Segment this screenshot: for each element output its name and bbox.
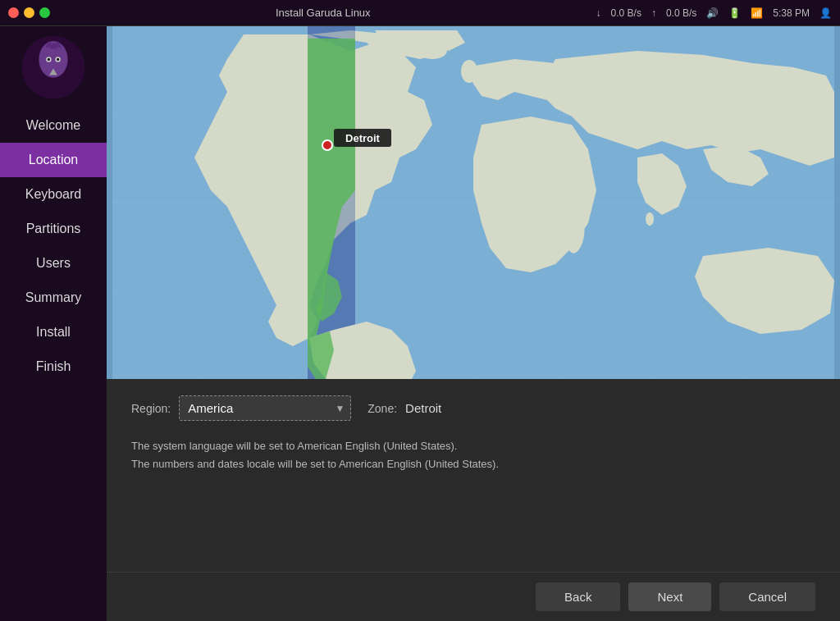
sidebar-item-partitions[interactable]: Partitions: [0, 212, 107, 246]
region-select[interactable]: America: [179, 395, 351, 421]
sidebar-item-label: Keyboard: [25, 187, 82, 201]
locale-info-detail: The numbers and dates locale will be set…: [131, 455, 815, 473]
region-select-wrapper[interactable]: America ▼: [179, 395, 351, 421]
upload-speed: 0.0 B/s: [666, 7, 696, 19]
svg-point-29: [322, 140, 332, 150]
region-zone-row: Region: America ▼ Zone: Detroit: [131, 395, 815, 421]
map-svg: Detroit: [107, 26, 840, 379]
titlebar: Install Garuda Linux ↓ 0.0 B/s ↑ 0.0 B/s…: [0, 0, 840, 26]
sidebar-item-label: Summary: [25, 290, 81, 304]
upload-icon: ↑: [651, 7, 656, 19]
content-area: Detroit Region: America ▼ Zone: Detroit: [107, 26, 840, 621]
svg-text:Detroit: Detroit: [345, 132, 381, 144]
sidebar-item-label: Location: [29, 153, 79, 167]
sidebar-item-label: Install: [36, 325, 71, 339]
locale-info: The system language will be set to Ameri…: [131, 437, 815, 473]
region-field: Region: America ▼: [131, 395, 351, 421]
sidebar-item-welcome[interactable]: Welcome: [0, 108, 107, 143]
zone-label: Zone:: [368, 402, 397, 415]
next-button[interactable]: Next: [628, 582, 711, 611]
window-controls[interactable]: [8, 7, 50, 18]
location-form: Region: America ▼ Zone: Detroit The syst…: [107, 379, 840, 486]
region-label: Region:: [131, 402, 171, 415]
sidebar-item-location[interactable]: Location: [0, 143, 107, 177]
svg-point-6: [57, 58, 59, 61]
main-layout: Welcome Location Keyboard Partitions Use…: [0, 26, 840, 621]
back-button[interactable]: Back: [536, 582, 620, 611]
sidebar-item-label: Finish: [36, 359, 71, 373]
sidebar-item-label: Partitions: [26, 221, 81, 235]
app-logo: [21, 34, 86, 100]
svg-point-28: [646, 212, 654, 226]
download-speed: 0.0 B/s: [611, 7, 641, 19]
zone-field: Zone: Detroit: [368, 401, 441, 415]
user-icon: 👤: [819, 7, 832, 19]
svg-point-25: [461, 60, 477, 83]
volume-icon: 🔊: [706, 7, 719, 19]
zone-value: Detroit: [405, 401, 441, 415]
sidebar-item-install[interactable]: Install: [0, 315, 107, 349]
sidebar-item-users[interactable]: Users: [0, 246, 107, 281]
window-title: Install Garuda Linux: [50, 7, 596, 19]
download-icon: ↓: [596, 7, 601, 19]
network-icon: 📶: [751, 7, 763, 19]
status-bar: ↓ 0.0 B/s ↑ 0.0 B/s 🔊 🔋 📶 5:38 PM 👤: [596, 7, 832, 19]
svg-point-5: [48, 58, 50, 61]
clock: 5:38 PM: [773, 7, 810, 19]
spacer: [107, 486, 840, 572]
close-button[interactable]: [8, 7, 19, 18]
sidebar-item-finish[interactable]: Finish: [0, 349, 107, 384]
world-map[interactable]: Detroit: [107, 26, 840, 379]
navigation-buttons: Back Next Cancel: [107, 572, 840, 621]
battery-icon: 🔋: [728, 7, 741, 19]
cancel-button[interactable]: Cancel: [719, 582, 815, 611]
sidebar: Welcome Location Keyboard Partitions Use…: [0, 26, 107, 621]
language-info: The system language will be set to Ameri…: [131, 437, 815, 455]
sidebar-item-label: Welcome: [26, 118, 80, 132]
sidebar-item-summary[interactable]: Summary: [0, 281, 107, 315]
sidebar-item-label: Users: [36, 256, 71, 270]
maximize-button[interactable]: [39, 7, 50, 18]
sidebar-item-keyboard[interactable]: Keyboard: [0, 177, 107, 212]
minimize-button[interactable]: [24, 7, 34, 18]
